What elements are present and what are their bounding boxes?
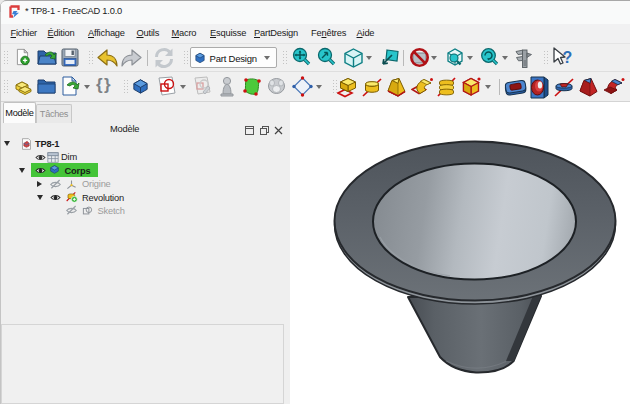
- svg-text:?: ?: [563, 49, 573, 66]
